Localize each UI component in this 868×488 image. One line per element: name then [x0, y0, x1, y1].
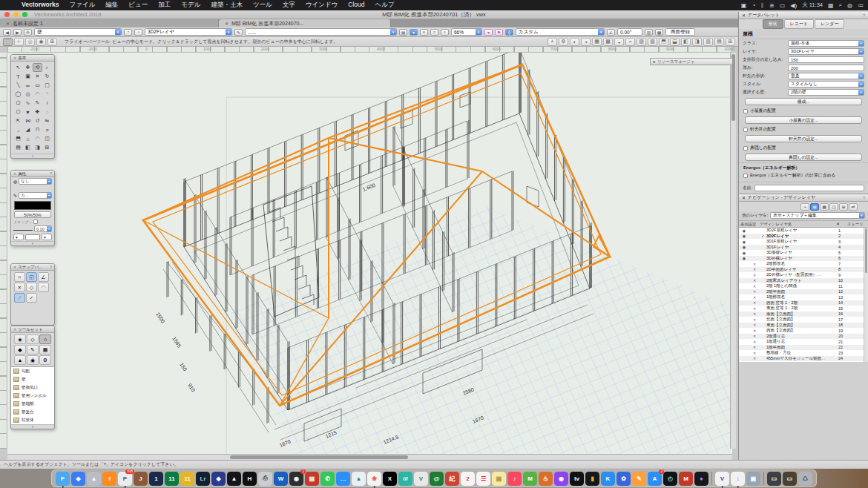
tab-untitled[interactable]: ✕ 名称未設定 1: [0, 19, 219, 27]
saved-view-icon[interactable]: ⟁: [24, 29, 32, 36]
help-icon[interactable]: ?: [863, 13, 865, 18]
close-icon[interactable]: ✕: [13, 171, 16, 176]
toolset-category-7[interactable]: ◉: [27, 355, 39, 365]
close-icon[interactable]: ✕: [13, 327, 16, 332]
toolset-category-4[interactable]: ✎: [27, 345, 39, 355]
rotate-plan-icon[interactable]: ∠: [607, 29, 615, 36]
tool-extrude[interactable]: ⬒: [13, 134, 23, 143]
menu-item-4[interactable]: 加工: [153, 1, 176, 8]
view-render-button-12[interactable]: ◧: [681, 38, 691, 46]
display-icon[interactable]: ▭: [780, 2, 786, 9]
pen-icon[interactable]: ✎: [13, 193, 17, 198]
tool-delete-vertex[interactable]: ✕: [33, 72, 42, 81]
tool-polygon[interactable]: ⬠: [13, 99, 23, 108]
navigation-title-bar[interactable]: ✕ ナビゲーション - デザインレイヤ ?: [739, 194, 868, 202]
tool-resize[interactable]: ⊞: [42, 143, 52, 152]
snap-smart-edge[interactable]: ⟋: [14, 293, 25, 303]
tool-rectangle[interactable]: ▭: [33, 81, 42, 90]
menu-item-0[interactable]: Vectorworks: [16, 1, 65, 8]
tool-circle[interactable]: ◎: [23, 90, 33, 99]
hidden-mark[interactable]: ✕: [749, 329, 760, 333]
volume-icon[interactable]: ◀): [790, 2, 797, 9]
rotation-angle-field[interactable]: 0.00°: [617, 28, 642, 36]
sheet-layers-icon[interactable]: ▦: [820, 203, 829, 211]
field-select[interactable]: 垂直▾: [788, 73, 864, 79]
tool-clip[interactable]: ⊓: [33, 125, 42, 134]
hidden-mark[interactable]: ✕: [749, 345, 760, 349]
view-render-button-9[interactable]: ▧: [648, 38, 657, 46]
dock-green-swirl[interactable]: @: [430, 472, 444, 486]
close-icon[interactable]: ✕: [13, 265, 16, 269]
menu-item-9[interactable]: ウインドウ: [300, 1, 343, 8]
tool-clip-cube[interactable]: ▣: [23, 72, 33, 81]
menu-clock[interactable]: 火 11:34: [802, 1, 823, 9]
hidden-mark[interactable]: ✕: [749, 262, 760, 266]
line-weight-select[interactable]: 0.10▾: [34, 225, 52, 232]
references-icon[interactable]: ⇄: [849, 203, 858, 211]
visibility-toggle[interactable]: ◉: [739, 251, 749, 255]
tool-flip[interactable]: ⇋: [42, 116, 52, 125]
close-icon[interactable]: ✕: [742, 13, 746, 18]
checkbox[interactable]: [743, 109, 748, 113]
palette-resize-handle[interactable]: ▼: [11, 241, 54, 245]
tool-pan[interactable]: ✥: [23, 63, 33, 72]
dock-apple-photos[interactable]: ❀: [367, 472, 381, 486]
dock-one-password[interactable]: 1: [149, 472, 163, 486]
tab-close-icon[interactable]: ✕: [6, 21, 10, 26]
hidden-mark[interactable]: ✕: [749, 317, 760, 322]
dock-m-color[interactable]: M: [523, 472, 537, 486]
checkbox[interactable]: [743, 146, 748, 151]
field-input[interactable]: 150: [788, 56, 864, 63]
hidden-mark[interactable]: ✕: [749, 334, 760, 338]
save-view-menu-icon[interactable]: ▾: [410, 29, 418, 36]
toolset-item-1[interactable]: 壁: [11, 375, 54, 383]
view-render-button-13[interactable]: ◨: [692, 38, 702, 46]
notification-center-icon[interactable]: ≔: [858, 2, 864, 9]
view-render-button-6[interactable]: ◒: [614, 38, 624, 46]
visibility-toggle[interactable]: ◉: [739, 234, 749, 238]
close-window-button[interactable]: [4, 12, 10, 17]
col-visibility[interactable]: 表示設定: [739, 222, 760, 227]
dock-app-store[interactable]: A3: [648, 472, 662, 486]
dock-screenshot-stack[interactable]: ▣: [746, 472, 760, 486]
layer-row-14[interactable]: ✕西面 窓等 1・2階14: [739, 300, 868, 306]
flyover-center-mode-icon[interactable]: ⬚: [3, 38, 13, 46]
pen-style-select[interactable]: カ...▾: [19, 192, 52, 199]
dock-pattern-blue[interactable]: ✿: [617, 472, 631, 486]
canvas-vertical-scrollbar[interactable]: [730, 53, 736, 449]
clock-icon[interactable]: ◔: [752, 2, 755, 9]
tool-oval[interactable]: ◯: [13, 90, 23, 99]
help-icon[interactable]: ?: [863, 196, 865, 200]
palette-resize-handle[interactable]: ▼: [11, 154, 54, 158]
toolset-item-2[interactable]: 壁換気口: [11, 383, 54, 392]
toolset-item-6[interactable]: 柱状体: [11, 416, 54, 424]
field-select[interactable]: 屋根-本体▾: [788, 40, 864, 47]
fit-objects-icon[interactable]: ⌖: [420, 29, 428, 36]
hidden-mark[interactable]: ✕: [749, 278, 760, 283]
start-marker-select[interactable]: ▾: [13, 234, 24, 240]
snap-tangent-snap[interactable]: ◠: [38, 283, 49, 292]
dock-word[interactable]: W: [274, 472, 288, 486]
hidden-mark[interactable]: ✕: [749, 311, 760, 316]
toolset-item-3[interactable]: 壁用シンボル: [11, 392, 54, 400]
tool-chamfer[interactable]: ◢: [23, 125, 33, 134]
option-checkbox-row-2[interactable]: 鼻隠しの配置: [739, 144, 868, 152]
save-view-icon[interactable]: ▤: [399, 29, 407, 36]
tool-zoom[interactable]: ⌕: [42, 63, 52, 72]
reference-flag-icon[interactable]: ⚑: [495, 29, 503, 36]
dock-reminders[interactable]: ☰: [476, 472, 490, 486]
layer-row-13[interactable]: ✕1階部屋名13: [739, 294, 868, 300]
toolset-item-0[interactable]: 勾配: [11, 367, 54, 375]
siri-icon[interactable]: ◍: [847, 2, 852, 9]
visibility-toggle[interactable]: ◉: [739, 228, 749, 233]
tool-sweep[interactable]: ⌂: [23, 134, 33, 143]
snap-angle-snap[interactable]: ∠: [38, 272, 49, 282]
saved-view-select[interactable]: 壁▾: [34, 28, 122, 36]
layer-row-16[interactable]: ✕南面【立面図】16: [739, 311, 868, 317]
tool-lasso[interactable]: ◌: [42, 108, 52, 116]
tool-move-by-points[interactable]: ⇱: [13, 116, 23, 125]
zoom-window-button[interactable]: [22, 12, 27, 17]
tool-shell[interactable]: ◫: [42, 134, 52, 143]
page-setup-icon[interactable]: ▥: [645, 29, 653, 36]
tool-rotate-3d[interactable]: ↺: [33, 116, 42, 125]
